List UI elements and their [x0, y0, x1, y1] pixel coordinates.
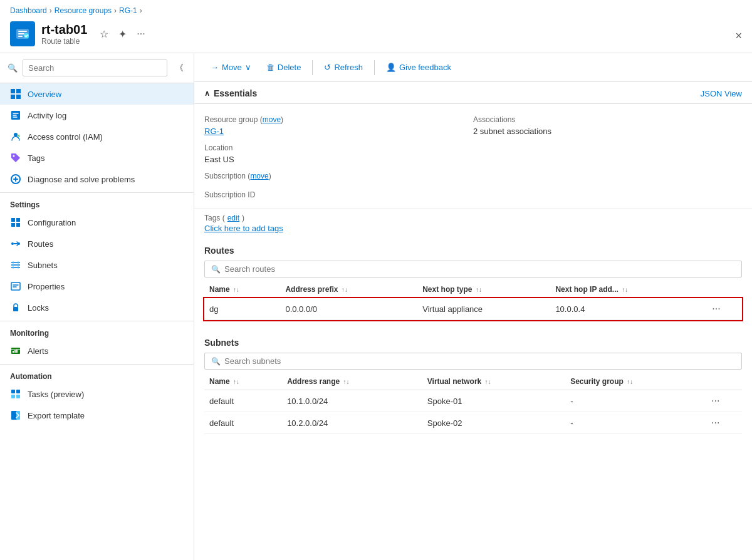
properties-icon	[10, 281, 21, 292]
location-label: Location	[204, 143, 473, 152]
json-view-link[interactable]: JSON View	[701, 89, 742, 98]
route-more-button[interactable]: ···	[707, 298, 742, 320]
subnet-name: default	[204, 390, 282, 412]
feedback-button[interactable]: 👤 Give feedback	[380, 60, 457, 75]
routes-search-input[interactable]	[224, 264, 735, 274]
sidebar-item-diagnose[interactable]: Diagnose and solve problems	[0, 169, 194, 190]
refresh-button[interactable]: ↺ Refresh	[318, 60, 369, 75]
more-options-icon[interactable]: ···	[134, 26, 147, 42]
collapse-sidebar-button[interactable]: 《	[172, 60, 186, 76]
alerts-icon	[10, 345, 21, 356]
sidebar-item-activity-log[interactable]: Activity log	[0, 105, 194, 126]
subnet-more-button[interactable]: ···	[706, 390, 742, 412]
sidebar-item-alerts[interactable]: Alerts	[0, 340, 194, 361]
sidebar-item-tasks[interactable]: Tasks (preview)	[0, 383, 194, 405]
sidebar-item-routes[interactable]: Routes	[0, 233, 194, 254]
locks-icon	[10, 302, 21, 313]
svg-point-9	[13, 155, 15, 157]
routes-name-sort-icon[interactable]: ↑↓	[233, 286, 239, 293]
tags-add-link[interactable]: Click here to add tags	[204, 224, 742, 233]
routes-col-actions	[707, 281, 742, 298]
sidebar-item-routes-label: Routes	[28, 239, 53, 249]
search-input[interactable]	[23, 60, 167, 76]
essentials-chevron-icon[interactable]: ∧	[204, 89, 210, 98]
subnets-col-virtual-network: Virtual network ↑↓	[422, 373, 565, 390]
sidebar-item-activity-log-label: Activity log	[28, 111, 66, 120]
feedback-icon: 👤	[386, 63, 396, 72]
svg-rect-12	[16, 218, 20, 222]
breadcrumb-rg1[interactable]: RG-1	[119, 6, 137, 15]
sidebar-item-export-label: Export template	[28, 411, 85, 420]
breadcrumb-sep1: ›	[50, 6, 52, 15]
routes-col-address-prefix: Address prefix ↑↓	[280, 281, 417, 298]
sidebar-item-export[interactable]: Export template	[0, 405, 194, 426]
close-button[interactable]: ×	[735, 29, 742, 43]
sidebar-item-alerts-label: Alerts	[28, 346, 48, 356]
routes-hop-ip-sort-icon[interactable]: ↑↓	[622, 286, 628, 293]
resource-group-move-link[interactable]: move	[263, 115, 281, 124]
subnets-search-input[interactable]	[224, 356, 735, 366]
sidebar-item-configuration[interactable]: Configuration	[0, 212, 194, 233]
breadcrumb-resource-groups[interactable]: Resource groups	[55, 6, 112, 15]
svg-rect-13	[11, 223, 15, 227]
sidebar-item-locks[interactable]: Locks	[0, 297, 194, 318]
subnets-vnet-sort-icon[interactable]: ↑↓	[485, 378, 491, 385]
svg-point-7	[14, 133, 18, 137]
subnets-range-sort-icon[interactable]: ↑↓	[343, 378, 350, 385]
tags-section: Tags (edit) Click here to add tags	[194, 208, 752, 238]
subnet-more-button[interactable]: ···	[706, 412, 742, 434]
subnets-search-bar: 🔍	[204, 353, 742, 370]
sidebar-item-tags[interactable]: Tags	[0, 147, 194, 169]
favorite-icon[interactable]: ☆	[97, 26, 111, 43]
route-name: dg	[204, 298, 280, 320]
delete-icon: 🗑	[266, 63, 274, 72]
sidebar-nav-scroll: Overview Activity log Access control (IA…	[0, 83, 194, 560]
route-next-hop-ip: 10.0.0.4	[550, 298, 707, 320]
subnets-section-title: Subnets	[204, 338, 742, 348]
breadcrumb-sep2: ›	[114, 6, 117, 15]
essentials-col-right: Associations 2 subnet associations	[473, 110, 742, 202]
routes-prefix-sort-icon[interactable]: ↑↓	[342, 286, 348, 293]
sidebar-item-overview[interactable]: Overview	[0, 83, 194, 105]
svg-rect-26	[16, 395, 20, 398]
breadcrumb-dashboard[interactable]: Dashboard	[10, 6, 47, 15]
toolbar: → Move ∨ 🗑 Delete ↺ Refresh 👤 Give feedb…	[194, 53, 752, 82]
sidebar-item-tags-label: Tags	[28, 153, 44, 163]
star-icon[interactable]: ✦	[116, 26, 129, 43]
location-value: East US	[204, 155, 473, 164]
move-button[interactable]: → Move ∨	[204, 60, 258, 75]
subnet-address-range: 10.1.0.0/24	[282, 390, 422, 412]
subscription-move-link[interactable]: move	[250, 172, 268, 180]
section-automation: Automation	[0, 364, 194, 383]
delete-button[interactable]: 🗑 Delete	[260, 60, 308, 75]
routes-section-title: Routes	[204, 246, 742, 256]
resource-group-value[interactable]: RG-1	[204, 127, 224, 136]
route-next-hop-type: Virtual appliance	[417, 298, 550, 320]
resource-header: rt-tab01 Route table ☆ ✦ ··· ×	[0, 19, 752, 53]
sidebar-item-iam[interactable]: Access control (IAM)	[0, 126, 194, 147]
subnets-name-sort-icon[interactable]: ↑↓	[233, 378, 239, 385]
content-area: → Move ∨ 🗑 Delete ↺ Refresh 👤 Give feedb…	[194, 53, 752, 560]
resource-icon	[10, 21, 35, 46]
sidebar-item-iam-label: Access control (IAM)	[28, 132, 103, 142]
move-arrow-icon: →	[211, 63, 219, 72]
essentials-col-left: Resource group (move) RG-1 Location East…	[204, 110, 473, 202]
table-row[interactable]: dg 0.0.0.0/0 Virtual appliance 10.0.0.4 …	[204, 298, 742, 320]
sidebar-item-properties[interactable]: Properties	[0, 276, 194, 297]
tags-edit-link[interactable]: edit	[227, 214, 239, 222]
routes-section: Routes 🔍 Name ↑↓ Address prefix ↑↓ Next …	[194, 238, 752, 320]
subnets-col-actions	[706, 373, 742, 390]
subnets-sg-sort-icon[interactable]: ↑↓	[627, 378, 633, 385]
toolbar-separator-1	[312, 60, 313, 75]
table-row[interactable]: default 10.2.0.0/24 Spoke-02 - ···	[204, 412, 742, 434]
svg-rect-23	[11, 390, 15, 393]
sidebar-item-subnets[interactable]: Subnets	[0, 254, 194, 276]
svg-rect-2	[11, 89, 15, 93]
move-chevron-icon: ∨	[245, 63, 251, 72]
subnets-table-header-row: Name ↑↓ Address range ↑↓ Virtual network…	[204, 373, 742, 390]
table-row[interactable]: default 10.1.0.0/24 Spoke-01 - ···	[204, 390, 742, 412]
overview-icon	[10, 88, 21, 100]
sidebar-item-diagnose-label: Diagnose and solve problems	[28, 175, 135, 184]
tags-label: Tags (edit)	[204, 214, 742, 222]
routes-hop-type-sort-icon[interactable]: ↑↓	[476, 286, 482, 293]
